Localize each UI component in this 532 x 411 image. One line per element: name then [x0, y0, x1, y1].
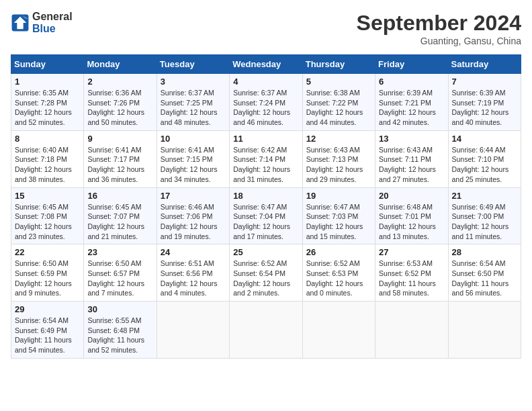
calendar-day-cell — [230, 302, 302, 359]
day-number: 10 — [161, 134, 226, 144]
calendar-day-cell: 30Sunrise: 6:55 AM Sunset: 6:48 PM Dayli… — [84, 302, 157, 359]
day-info: Sunrise: 6:41 AM Sunset: 7:17 PM Dayligh… — [87, 145, 152, 185]
weekday-header-cell: Tuesday — [157, 55, 229, 74]
calendar-day-cell: 22Sunrise: 6:50 AM Sunset: 6:59 PM Dayli… — [11, 244, 84, 302]
calendar-week-row: 29Sunrise: 6:54 AM Sunset: 6:49 PM Dayli… — [11, 302, 521, 359]
calendar-table: SundayMondayTuesdayWednesdayThursdayFrid… — [11, 54, 521, 359]
day-number: 4 — [233, 77, 298, 87]
day-info: Sunrise: 6:54 AM Sunset: 6:49 PM Dayligh… — [15, 316, 80, 355]
calendar-body: 1Sunrise: 6:35 AM Sunset: 7:28 PM Daylig… — [11, 74, 521, 359]
weekday-header-cell: Wednesday — [230, 55, 302, 74]
calendar-day-cell: 29Sunrise: 6:54 AM Sunset: 6:49 PM Dayli… — [11, 302, 84, 359]
day-info: Sunrise: 6:52 AM Sunset: 6:54 PM Dayligh… — [233, 259, 298, 298]
day-number: 2 — [87, 77, 152, 87]
day-info: Sunrise: 6:55 AM Sunset: 6:48 PM Dayligh… — [87, 316, 152, 355]
day-number: 5 — [306, 77, 371, 87]
day-number: 8 — [15, 134, 80, 144]
title-area: September 2024 Guanting, Gansu, China — [357, 11, 521, 46]
calendar-day-cell: 28Sunrise: 6:54 AM Sunset: 6:50 PM Dayli… — [448, 244, 521, 302]
day-info: Sunrise: 6:43 AM Sunset: 7:11 PM Dayligh… — [379, 145, 444, 185]
calendar-day-cell: 18Sunrise: 6:47 AM Sunset: 7:04 PM Dayli… — [230, 187, 302, 244]
calendar-day-cell: 11Sunrise: 6:42 AM Sunset: 7:14 PM Dayli… — [230, 130, 302, 187]
calendar-week-row: 22Sunrise: 6:50 AM Sunset: 6:59 PM Dayli… — [11, 244, 521, 302]
location-subtitle: Guanting, Gansu, China — [357, 36, 521, 46]
day-info: Sunrise: 6:37 AM Sunset: 7:25 PM Dayligh… — [161, 88, 226, 128]
calendar-week-row: 15Sunrise: 6:45 AM Sunset: 7:08 PM Dayli… — [11, 187, 521, 244]
calendar-day-cell: 20Sunrise: 6:48 AM Sunset: 7:01 PM Dayli… — [375, 187, 448, 244]
logo: General Blue — [11, 11, 73, 35]
day-info: Sunrise: 6:49 AM Sunset: 7:00 PM Dayligh… — [452, 202, 517, 242]
calendar-day-cell: 19Sunrise: 6:47 AM Sunset: 7:03 PM Dayli… — [302, 187, 375, 244]
day-number: 11 — [233, 134, 298, 144]
day-number: 14 — [452, 134, 517, 144]
day-info: Sunrise: 6:48 AM Sunset: 7:01 PM Dayligh… — [379, 202, 444, 242]
day-info: Sunrise: 6:41 AM Sunset: 7:15 PM Dayligh… — [161, 145, 226, 185]
calendar-day-cell — [157, 302, 229, 359]
calendar-day-cell — [375, 302, 448, 359]
day-number: 29 — [15, 304, 80, 314]
day-info: Sunrise: 6:53 AM Sunset: 6:52 PM Dayligh… — [379, 259, 444, 298]
day-number: 26 — [306, 247, 371, 257]
calendar-day-cell: 3Sunrise: 6:37 AM Sunset: 7:25 PM Daylig… — [157, 74, 229, 131]
calendar-day-cell: 15Sunrise: 6:45 AM Sunset: 7:08 PM Dayli… — [11, 187, 84, 244]
logo-icon — [11, 13, 30, 32]
day-info: Sunrise: 6:54 AM Sunset: 6:50 PM Dayligh… — [452, 259, 517, 298]
day-number: 12 — [306, 134, 371, 144]
day-info: Sunrise: 6:45 AM Sunset: 7:08 PM Dayligh… — [15, 202, 80, 242]
calendar-day-cell: 26Sunrise: 6:52 AM Sunset: 6:53 PM Dayli… — [302, 244, 375, 302]
day-number: 18 — [233, 191, 298, 201]
day-info: Sunrise: 6:44 AM Sunset: 7:10 PM Dayligh… — [452, 145, 517, 185]
weekday-header-cell: Saturday — [448, 55, 521, 74]
day-info: Sunrise: 6:43 AM Sunset: 7:13 PM Dayligh… — [306, 145, 371, 185]
day-info: Sunrise: 6:50 AM Sunset: 6:59 PM Dayligh… — [15, 259, 80, 298]
day-number: 22 — [15, 247, 80, 257]
day-info: Sunrise: 6:52 AM Sunset: 6:53 PM Dayligh… — [306, 259, 371, 298]
calendar-day-cell: 23Sunrise: 6:50 AM Sunset: 6:57 PM Dayli… — [84, 244, 157, 302]
day-info: Sunrise: 6:39 AM Sunset: 7:19 PM Dayligh… — [452, 88, 517, 128]
day-info: Sunrise: 6:42 AM Sunset: 7:14 PM Dayligh… — [233, 145, 298, 185]
day-number: 7 — [452, 77, 517, 87]
day-number: 20 — [379, 191, 444, 201]
calendar-day-cell: 5Sunrise: 6:38 AM Sunset: 7:22 PM Daylig… — [302, 74, 375, 131]
day-number: 13 — [379, 134, 444, 144]
day-info: Sunrise: 6:40 AM Sunset: 7:18 PM Dayligh… — [15, 145, 80, 185]
page-header: General Blue September 2024 Guanting, Ga… — [11, 11, 521, 46]
day-info: Sunrise: 6:35 AM Sunset: 7:28 PM Dayligh… — [15, 88, 80, 128]
day-number: 21 — [452, 191, 517, 201]
day-info: Sunrise: 6:39 AM Sunset: 7:21 PM Dayligh… — [379, 88, 444, 128]
weekday-header-row: SundayMondayTuesdayWednesdayThursdayFrid… — [11, 55, 521, 74]
day-info: Sunrise: 6:47 AM Sunset: 7:03 PM Dayligh… — [306, 202, 371, 242]
day-info: Sunrise: 6:37 AM Sunset: 7:24 PM Dayligh… — [233, 88, 298, 128]
calendar-day-cell: 4Sunrise: 6:37 AM Sunset: 7:24 PM Daylig… — [230, 74, 302, 131]
calendar-day-cell: 14Sunrise: 6:44 AM Sunset: 7:10 PM Dayli… — [448, 130, 521, 187]
calendar-day-cell: 16Sunrise: 6:45 AM Sunset: 7:07 PM Dayli… — [84, 187, 157, 244]
calendar-day-cell — [448, 302, 521, 359]
day-info: Sunrise: 6:47 AM Sunset: 7:04 PM Dayligh… — [233, 202, 298, 242]
day-number: 25 — [233, 247, 298, 257]
day-number: 27 — [379, 247, 444, 257]
day-number: 1 — [15, 77, 80, 87]
day-number: 30 — [87, 304, 152, 314]
day-number: 16 — [87, 191, 152, 201]
day-number: 23 — [87, 247, 152, 257]
calendar-day-cell: 9Sunrise: 6:41 AM Sunset: 7:17 PM Daylig… — [84, 130, 157, 187]
calendar-day-cell: 27Sunrise: 6:53 AM Sunset: 6:52 PM Dayli… — [375, 244, 448, 302]
day-info: Sunrise: 6:38 AM Sunset: 7:22 PM Dayligh… — [306, 88, 371, 128]
calendar-day-cell: 24Sunrise: 6:51 AM Sunset: 6:56 PM Dayli… — [157, 244, 229, 302]
month-title: September 2024 — [357, 11, 521, 36]
day-number: 9 — [87, 134, 152, 144]
calendar-week-row: 8Sunrise: 6:40 AM Sunset: 7:18 PM Daylig… — [11, 130, 521, 187]
day-number: 6 — [379, 77, 444, 87]
day-info: Sunrise: 6:51 AM Sunset: 6:56 PM Dayligh… — [161, 259, 226, 298]
calendar-day-cell: 6Sunrise: 6:39 AM Sunset: 7:21 PM Daylig… — [375, 74, 448, 131]
day-number: 3 — [161, 77, 226, 87]
calendar-day-cell: 21Sunrise: 6:49 AM Sunset: 7:00 PM Dayli… — [448, 187, 521, 244]
day-info: Sunrise: 6:46 AM Sunset: 7:06 PM Dayligh… — [161, 202, 226, 242]
calendar-week-row: 1Sunrise: 6:35 AM Sunset: 7:28 PM Daylig… — [11, 74, 521, 131]
calendar-day-cell — [302, 302, 375, 359]
day-info: Sunrise: 6:36 AM Sunset: 7:26 PM Dayligh… — [87, 88, 152, 128]
calendar-day-cell: 12Sunrise: 6:43 AM Sunset: 7:13 PM Dayli… — [302, 130, 375, 187]
calendar-day-cell: 10Sunrise: 6:41 AM Sunset: 7:15 PM Dayli… — [157, 130, 229, 187]
calendar-day-cell: 8Sunrise: 6:40 AM Sunset: 7:18 PM Daylig… — [11, 130, 84, 187]
calendar-day-cell: 1Sunrise: 6:35 AM Sunset: 7:28 PM Daylig… — [11, 74, 84, 131]
